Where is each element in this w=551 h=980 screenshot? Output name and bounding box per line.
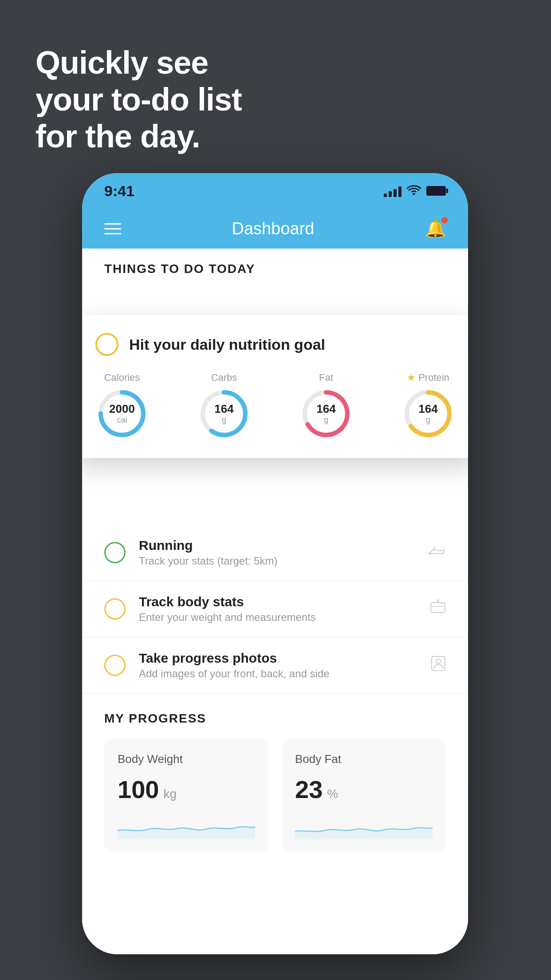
photos-subtitle: Add images of your front, back, and side xyxy=(139,668,417,680)
progress-header: MY PROGRESS xyxy=(104,711,446,726)
body-stats-subtitle: Enter your weight and measurements xyxy=(139,611,417,624)
wifi-icon xyxy=(407,184,421,198)
photos-check xyxy=(104,655,126,676)
todo-item-photos[interactable]: Take progress photos Add images of your … xyxy=(82,637,468,694)
body-fat-title: Body Fat xyxy=(295,752,433,766)
phone-frame: 9:41 Dashboard 🔔 THIN xyxy=(82,173,468,954)
fat-label: Fat xyxy=(319,372,333,383)
protein-value: 164 xyxy=(418,403,437,415)
star-icon: ★ xyxy=(407,372,416,383)
body-weight-unit: kg xyxy=(163,787,177,801)
fat-donut: 164 g xyxy=(299,387,353,440)
protein-label: ★ Protein xyxy=(407,372,449,383)
body-fat-value: 23 xyxy=(295,775,323,804)
nutrition-card: Hit your daily nutrition goal Calories 2… xyxy=(82,315,468,458)
running-title: Running xyxy=(139,538,415,553)
protein-donut: 164 g xyxy=(401,387,455,440)
progress-cards: Body Weight 100 kg xyxy=(104,739,446,853)
body-stats-title: Track body stats xyxy=(139,594,417,609)
calories-stat: Calories 2000 cal xyxy=(95,372,149,440)
todo-list: Running Track your stats (target: 5km) T… xyxy=(82,525,468,866)
calories-label: Calories xyxy=(104,372,140,383)
running-check xyxy=(104,542,126,563)
carbs-value: 164 xyxy=(214,403,233,415)
body-stats-check xyxy=(104,598,126,620)
body-weight-card: Body Weight 100 kg xyxy=(104,739,268,853)
body-fat-unit: % xyxy=(327,787,338,801)
body-weight-chart xyxy=(118,813,255,839)
battery-icon xyxy=(426,186,446,196)
body-weight-value: 100 xyxy=(118,775,159,804)
status-bar: 9:41 xyxy=(82,173,468,209)
photos-title: Take progress photos xyxy=(139,651,417,666)
headline-line1: Quickly see xyxy=(35,45,208,80)
nutrition-check-circle[interactable] xyxy=(95,333,118,356)
nutrition-stats: Calories 2000 cal Carbs xyxy=(95,372,455,440)
carbs-stat: Carbs 164 g xyxy=(197,372,251,440)
notification-badge xyxy=(441,217,448,223)
calories-donut: 2000 cal xyxy=(95,387,149,440)
headline-line3: for the day. xyxy=(35,119,200,154)
scale-icon xyxy=(430,599,446,619)
notification-button[interactable]: 🔔 xyxy=(425,219,446,238)
svg-rect-8 xyxy=(431,603,445,612)
protein-stat: ★ Protein 164 g xyxy=(401,372,455,440)
nav-bar: Dashboard 🔔 xyxy=(82,209,468,249)
phone-content: THINGS TO DO TODAY Hit your daily nutrit… xyxy=(82,249,468,954)
todo-item-body-stats[interactable]: Track body stats Enter your weight and m… xyxy=(82,581,468,637)
status-icons xyxy=(384,184,446,198)
carbs-label: Carbs xyxy=(211,372,237,383)
person-icon xyxy=(431,656,446,675)
things-header: THINGS TO DO TODAY xyxy=(82,249,468,276)
nutrition-card-title: Hit your daily nutrition goal xyxy=(129,336,325,353)
svg-point-11 xyxy=(437,600,439,601)
headline-line2: your to-do list xyxy=(35,82,242,117)
headline: Quickly see your to-do list for the day. xyxy=(35,44,242,154)
body-fat-card: Body Fat 23 % xyxy=(282,739,446,853)
svg-point-13 xyxy=(436,659,441,664)
fat-value: 164 xyxy=(316,403,335,415)
carbs-donut: 164 g xyxy=(197,387,251,440)
menu-button[interactable] xyxy=(104,223,121,234)
body-weight-title: Body Weight xyxy=(118,752,255,766)
status-time: 9:41 xyxy=(104,182,134,200)
todo-item-running[interactable]: Running Track your stats (target: 5km) xyxy=(82,525,468,581)
calories-value: 2000 xyxy=(109,403,135,415)
body-fat-chart xyxy=(295,813,433,839)
fat-stat: Fat 164 g xyxy=(299,372,353,440)
shoe-icon xyxy=(428,544,446,561)
progress-section: MY PROGRESS Body Weight 100 kg xyxy=(82,694,468,866)
signal-icon xyxy=(384,185,401,197)
running-subtitle: Track your stats (target: 5km) xyxy=(139,555,415,567)
nav-title: Dashboard xyxy=(232,219,315,238)
